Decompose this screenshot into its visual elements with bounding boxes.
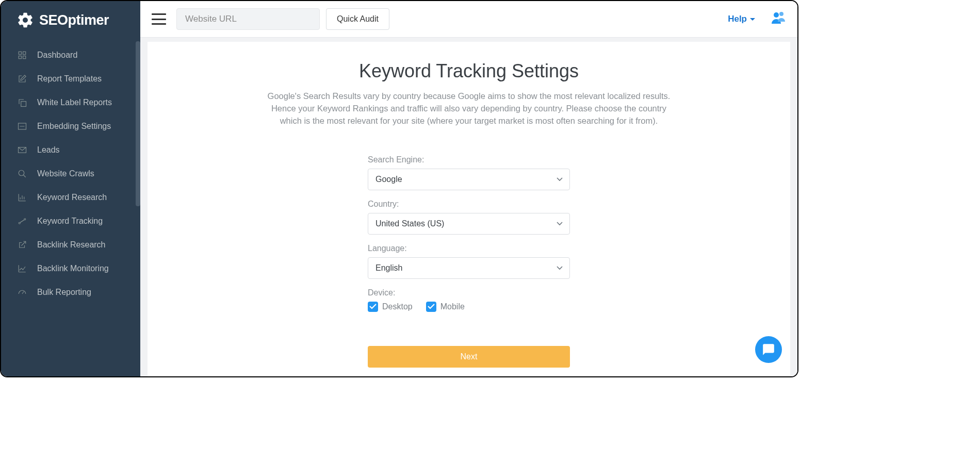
sidebar-scrollbar[interactable]: [136, 41, 140, 206]
content-area: Keyword Tracking Settings Google's Searc…: [140, 38, 797, 376]
checkbox-icon: [426, 302, 436, 312]
svg-point-22: [774, 12, 779, 18]
nav: Dashboard Report Templates White Label R…: [1, 40, 140, 304]
svg-line-17: [20, 220, 24, 222]
settings-card: Keyword Tracking Settings Google's Searc…: [148, 42, 790, 376]
country-select[interactable]: United States (US): [368, 213, 570, 235]
svg-rect-2: [19, 56, 21, 59]
sidebar-item-website-crawls[interactable]: Website Crawls: [1, 162, 140, 186]
logo[interactable]: SEOptimer: [1, 1, 140, 40]
sidebar-item-label: Keyword Tracking: [37, 217, 103, 226]
sidebar-item-embedding-settings[interactable]: Embedding Settings: [1, 114, 140, 138]
sidebar-item-label: Keyword Research: [37, 193, 107, 202]
svg-rect-4: [21, 102, 26, 107]
device-desktop-checkbox[interactable]: Desktop: [368, 302, 413, 312]
menu-toggle[interactable]: [152, 13, 166, 25]
sidebar-item-label: White Label Reports: [37, 98, 112, 107]
line-chart-icon: [17, 263, 28, 274]
checkbox-icon: [368, 302, 378, 312]
next-button[interactable]: Next: [368, 346, 570, 368]
sidebar-item-report-templates[interactable]: Report Templates: [1, 67, 140, 91]
page-description: Google's Search Results vary by country …: [265, 90, 673, 127]
user-icon[interactable]: [771, 11, 786, 27]
trend-icon: [17, 216, 28, 226]
sidebar: SEOptimer Dashboard Report Templates Whi…: [1, 1, 140, 376]
country-label: Country:: [368, 200, 570, 209]
sidebar-item-label: Backlink Research: [37, 240, 106, 250]
sidebar-item-backlink-monitoring[interactable]: Backlink Monitoring: [1, 257, 140, 280]
sidebar-item-label: Dashboard: [37, 51, 77, 60]
external-link-icon: [17, 240, 28, 250]
svg-line-9: [23, 175, 26, 177]
language-label: Language:: [368, 244, 570, 253]
sidebar-item-label: Bulk Reporting: [37, 288, 91, 297]
chevron-down-icon: [750, 18, 755, 21]
sidebar-item-label: Leads: [37, 145, 60, 155]
quick-audit-button[interactable]: Quick Audit: [326, 8, 389, 30]
gear-icon: [17, 11, 34, 29]
help-label: Help: [728, 14, 747, 24]
svg-rect-1: [23, 52, 26, 54]
svg-line-21: [22, 292, 24, 294]
chat-icon: [762, 343, 775, 356]
sidebar-item-dashboard[interactable]: Dashboard: [1, 43, 140, 67]
device-mobile-label: Mobile: [440, 302, 465, 311]
sidebar-item-label: Website Crawls: [37, 169, 94, 178]
topbar: Quick Audit Help: [140, 1, 797, 38]
dashboard-icon: [17, 50, 28, 60]
sidebar-item-label: Embedding Settings: [37, 122, 111, 131]
url-input[interactable]: [176, 8, 320, 30]
page-title: Keyword Tracking Settings: [168, 60, 770, 82]
device-desktop-label: Desktop: [382, 302, 413, 311]
copy-icon: [17, 97, 28, 108]
svg-rect-0: [19, 52, 21, 54]
search-icon: [17, 169, 28, 179]
sidebar-item-bulk-reporting[interactable]: Bulk Reporting: [1, 280, 140, 304]
sidebar-item-keyword-research[interactable]: Keyword Research: [1, 186, 140, 209]
svg-rect-3: [23, 56, 26, 59]
sidebar-item-label: Backlink Monitoring: [37, 264, 109, 273]
svg-line-18: [22, 241, 26, 245]
edit-icon: [17, 74, 28, 84]
settings-form: Search Engine: Google Country: Uni: [368, 155, 570, 368]
svg-point-16: [24, 219, 26, 220]
logo-text: SEOptimer: [39, 12, 109, 28]
mail-icon: [17, 145, 28, 155]
sidebar-item-leads[interactable]: Leads: [1, 138, 140, 162]
sidebar-item-white-label-reports[interactable]: White Label Reports: [1, 91, 140, 114]
svg-point-23: [779, 12, 783, 16]
language-select[interactable]: English: [368, 257, 570, 279]
device-label: Device:: [368, 288, 570, 297]
gauge-icon: [17, 287, 28, 297]
svg-point-8: [19, 170, 24, 176]
sidebar-item-keyword-tracking[interactable]: Keyword Tracking: [1, 209, 140, 233]
search-engine-select[interactable]: Google: [368, 169, 570, 190]
sidebar-item-backlink-research[interactable]: Backlink Research: [1, 233, 140, 257]
search-engine-label: Search Engine:: [368, 155, 570, 164]
device-mobile-checkbox[interactable]: Mobile: [426, 302, 465, 312]
embed-icon: [17, 121, 28, 131]
chat-button[interactable]: [755, 336, 782, 363]
svg-point-15: [19, 222, 20, 224]
bar-chart-icon: [17, 192, 28, 203]
sidebar-item-label: Report Templates: [37, 74, 102, 84]
help-dropdown[interactable]: Help: [728, 14, 755, 24]
